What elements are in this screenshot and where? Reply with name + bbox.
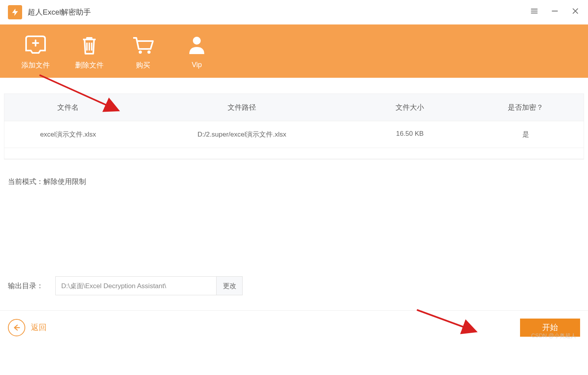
bolt-icon xyxy=(11,8,19,17)
table-header: 文件名 文件路径 文件大小 是否加密？ xyxy=(4,94,584,121)
watermark: CSDN @小奥超人 xyxy=(531,332,576,339)
close-button[interactable] xyxy=(571,7,580,17)
main-toolbar: 添加文件 删除文件 购买 Vip xyxy=(0,24,588,78)
header-filename: 文件名 xyxy=(4,94,132,121)
svg-point-2 xyxy=(193,37,201,45)
output-label: 输出目录： xyxy=(8,281,43,291)
app-title: 超人Excel解密助手 xyxy=(28,7,91,17)
file-table: 文件名 文件路径 文件大小 是否加密？ excel演示文件.xlsx D:/2.… xyxy=(4,94,584,159)
minimize-button[interactable] xyxy=(550,7,560,17)
header-filepath: 文件路径 xyxy=(132,94,352,121)
cell-filename: excel演示文件.xlsx xyxy=(4,121,132,148)
buy-label: 购买 xyxy=(136,60,150,70)
back-button[interactable]: 返回 xyxy=(8,319,47,336)
window-controls xyxy=(530,7,580,17)
cell-encrypted: 是 xyxy=(468,121,584,148)
cart-icon xyxy=(132,33,155,58)
menu-icon[interactable] xyxy=(530,7,539,17)
header-encrypted: 是否加密？ xyxy=(468,94,584,121)
vip-button[interactable]: Vip xyxy=(177,33,217,69)
svg-point-1 xyxy=(147,51,151,54)
footer-bar: 返回 开始 xyxy=(0,310,588,344)
user-icon xyxy=(188,33,206,58)
table-row-empty xyxy=(4,148,584,159)
app-logo xyxy=(8,5,22,19)
cell-filepath: D:/2.super/excel演示文件.xlsx xyxy=(132,121,352,148)
trash-icon xyxy=(79,33,100,58)
add-file-label: 添加文件 xyxy=(21,60,50,70)
cell-filesize: 16.50 KB xyxy=(352,121,468,148)
back-label: 返回 xyxy=(31,322,47,333)
header-filesize: 文件大小 xyxy=(352,94,468,121)
delete-file-button[interactable]: 删除文件 xyxy=(70,33,109,70)
table-body: excel演示文件.xlsx D:/2.super/excel演示文件.xlsx… xyxy=(4,121,584,159)
buy-button[interactable]: 购买 xyxy=(123,33,163,70)
delete-file-label: 删除文件 xyxy=(75,60,104,70)
content-area: 文件名 文件路径 文件大小 是否加密？ excel演示文件.xlsx D:/2.… xyxy=(0,78,588,186)
output-path-input[interactable] xyxy=(55,276,217,295)
output-directory-row: 输出目录： 更改 xyxy=(8,276,243,295)
add-file-button[interactable]: 添加文件 xyxy=(16,33,55,70)
change-output-button[interactable]: 更改 xyxy=(217,276,243,295)
svg-point-0 xyxy=(139,51,142,54)
title-bar: 超人Excel解密助手 xyxy=(0,0,588,24)
inbox-plus-icon xyxy=(24,33,47,58)
table-row[interactable]: excel演示文件.xlsx D:/2.super/excel演示文件.xlsx… xyxy=(4,121,584,148)
mode-label: 当前模式：解除使用限制 xyxy=(4,159,584,186)
vip-label: Vip xyxy=(192,61,202,69)
back-arrow-icon xyxy=(8,319,25,336)
